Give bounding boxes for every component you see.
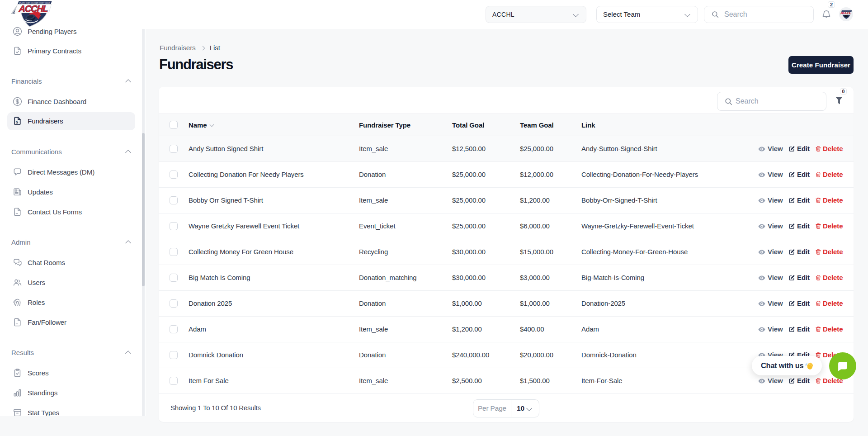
svg-text:ACCHL: ACCHL <box>840 11 852 15</box>
svg-text:ACCHL: ACCHL <box>18 4 48 14</box>
svg-text:$: $ <box>16 120 18 124</box>
